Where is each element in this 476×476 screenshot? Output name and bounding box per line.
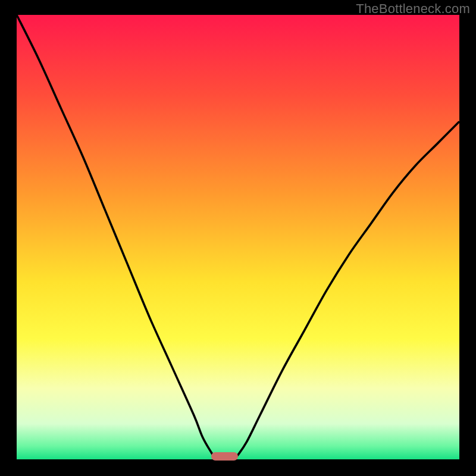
right-curve (234, 121, 459, 459)
chart-frame: TheBottleneck.com (0, 0, 476, 476)
curves-svg (17, 15, 459, 459)
bottleneck-marker (211, 452, 238, 461)
watermark-text: TheBottleneck.com (356, 1, 470, 17)
left-curve (17, 15, 216, 459)
